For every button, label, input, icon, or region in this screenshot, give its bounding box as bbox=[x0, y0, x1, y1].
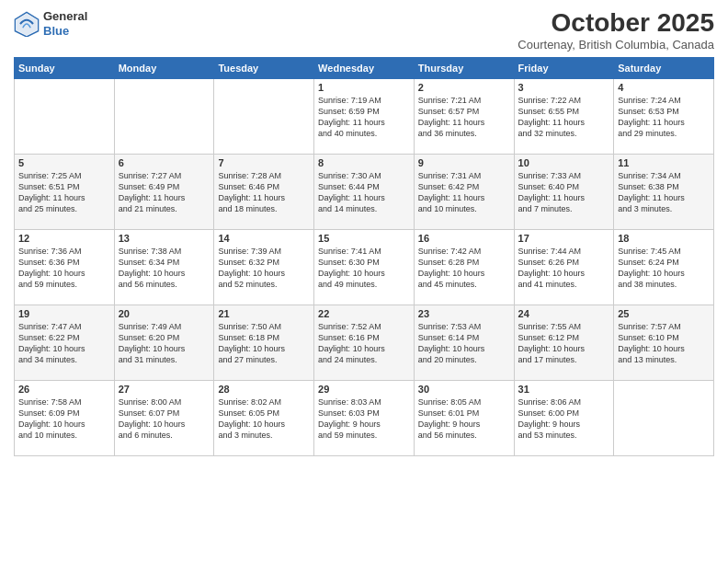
day-cell: 4Sunrise: 7:24 AM Sunset: 6:53 PM Daylig… bbox=[614, 78, 714, 154]
col-friday: Friday bbox=[514, 57, 614, 78]
day-cell: 1Sunrise: 7:19 AM Sunset: 6:59 PM Daylig… bbox=[314, 78, 415, 154]
day-number: 26 bbox=[18, 384, 110, 395]
header: General Blue October 2025 Courtenay, Bri… bbox=[14, 9, 714, 52]
day-cell bbox=[114, 78, 214, 154]
col-saturday: Saturday bbox=[614, 57, 714, 78]
day-cell: 3Sunrise: 7:22 AM Sunset: 6:55 PM Daylig… bbox=[514, 78, 614, 154]
day-cell: 11Sunrise: 7:34 AM Sunset: 6:38 PM Dayli… bbox=[614, 154, 714, 229]
day-number: 24 bbox=[518, 308, 610, 319]
day-info: Sunrise: 7:30 AM Sunset: 6:44 PM Dayligh… bbox=[318, 170, 410, 215]
day-cell: 13Sunrise: 7:38 AM Sunset: 6:34 PM Dayli… bbox=[114, 229, 214, 304]
week-row-1: 1Sunrise: 7:19 AM Sunset: 6:59 PM Daylig… bbox=[15, 78, 714, 154]
day-cell: 5Sunrise: 7:25 AM Sunset: 6:51 PM Daylig… bbox=[15, 154, 115, 229]
day-cell: 17Sunrise: 7:44 AM Sunset: 6:26 PM Dayli… bbox=[514, 229, 614, 304]
day-cell: 24Sunrise: 7:55 AM Sunset: 6:12 PM Dayli… bbox=[514, 304, 614, 380]
col-thursday: Thursday bbox=[414, 57, 514, 78]
day-cell: 30Sunrise: 8:05 AM Sunset: 6:01 PM Dayli… bbox=[414, 380, 514, 455]
day-number: 1 bbox=[318, 82, 410, 93]
day-info: Sunrise: 7:31 AM Sunset: 6:42 PM Dayligh… bbox=[418, 170, 510, 215]
col-sunday: Sunday bbox=[15, 57, 115, 78]
col-monday: Monday bbox=[114, 57, 214, 78]
day-info: Sunrise: 7:34 AM Sunset: 6:38 PM Dayligh… bbox=[618, 170, 710, 215]
logo-text: General Blue bbox=[43, 9, 87, 38]
col-tuesday: Tuesday bbox=[214, 57, 314, 78]
logo: General Blue bbox=[14, 9, 87, 38]
week-row-4: 19Sunrise: 7:47 AM Sunset: 6:22 PM Dayli… bbox=[15, 304, 714, 380]
col-wednesday: Wednesday bbox=[314, 57, 415, 78]
day-cell bbox=[15, 78, 115, 154]
day-number: 31 bbox=[518, 384, 610, 395]
day-info: Sunrise: 7:49 AM Sunset: 6:20 PM Dayligh… bbox=[119, 321, 210, 366]
day-number: 12 bbox=[18, 233, 110, 244]
day-number: 29 bbox=[318, 384, 410, 395]
day-number: 16 bbox=[418, 233, 510, 244]
page: General Blue October 2025 Courtenay, Bri… bbox=[0, 0, 728, 563]
day-cell: 27Sunrise: 8:00 AM Sunset: 6:07 PM Dayli… bbox=[114, 380, 214, 455]
day-cell: 7Sunrise: 7:28 AM Sunset: 6:46 PM Daylig… bbox=[214, 154, 314, 229]
day-cell: 14Sunrise: 7:39 AM Sunset: 6:32 PM Dayli… bbox=[214, 229, 314, 304]
day-number: 14 bbox=[218, 233, 310, 244]
logo-icon bbox=[14, 11, 40, 37]
day-cell: 28Sunrise: 8:02 AM Sunset: 6:05 PM Dayli… bbox=[214, 380, 314, 455]
month-title: October 2025 bbox=[518, 9, 714, 38]
week-row-2: 5Sunrise: 7:25 AM Sunset: 6:51 PM Daylig… bbox=[15, 154, 714, 229]
day-info: Sunrise: 8:06 AM Sunset: 6:00 PM Dayligh… bbox=[518, 396, 610, 442]
day-info: Sunrise: 7:27 AM Sunset: 6:49 PM Dayligh… bbox=[119, 170, 210, 215]
day-cell: 9Sunrise: 7:31 AM Sunset: 6:42 PM Daylig… bbox=[414, 154, 514, 229]
day-info: Sunrise: 7:50 AM Sunset: 6:18 PM Dayligh… bbox=[218, 321, 310, 366]
day-number: 8 bbox=[318, 157, 410, 168]
day-info: Sunrise: 7:19 AM Sunset: 6:59 PM Dayligh… bbox=[318, 95, 410, 140]
day-info: Sunrise: 7:58 AM Sunset: 6:09 PM Dayligh… bbox=[18, 396, 110, 442]
day-info: Sunrise: 7:25 AM Sunset: 6:51 PM Dayligh… bbox=[18, 170, 110, 215]
week-row-5: 26Sunrise: 7:58 AM Sunset: 6:09 PM Dayli… bbox=[15, 380, 714, 455]
day-number: 10 bbox=[518, 157, 610, 168]
day-info: Sunrise: 7:42 AM Sunset: 6:28 PM Dayligh… bbox=[418, 246, 510, 291]
day-number: 6 bbox=[119, 157, 210, 168]
day-info: Sunrise: 8:03 AM Sunset: 6:03 PM Dayligh… bbox=[318, 396, 410, 442]
day-cell: 20Sunrise: 7:49 AM Sunset: 6:20 PM Dayli… bbox=[114, 304, 214, 380]
day-info: Sunrise: 7:33 AM Sunset: 6:40 PM Dayligh… bbox=[518, 170, 610, 215]
day-info: Sunrise: 8:05 AM Sunset: 6:01 PM Dayligh… bbox=[418, 396, 510, 442]
location: Courtenay, British Columbia, Canada bbox=[518, 38, 714, 52]
day-number: 3 bbox=[518, 82, 610, 93]
day-cell: 2Sunrise: 7:21 AM Sunset: 6:57 PM Daylig… bbox=[414, 78, 514, 154]
day-info: Sunrise: 7:52 AM Sunset: 6:16 PM Dayligh… bbox=[318, 321, 410, 366]
day-cell: 19Sunrise: 7:47 AM Sunset: 6:22 PM Dayli… bbox=[15, 304, 115, 380]
day-info: Sunrise: 7:38 AM Sunset: 6:34 PM Dayligh… bbox=[119, 246, 210, 291]
day-cell: 18Sunrise: 7:45 AM Sunset: 6:24 PM Dayli… bbox=[614, 229, 714, 304]
day-cell: 26Sunrise: 7:58 AM Sunset: 6:09 PM Dayli… bbox=[15, 380, 115, 455]
day-number: 17 bbox=[518, 233, 610, 244]
day-cell: 10Sunrise: 7:33 AM Sunset: 6:40 PM Dayli… bbox=[514, 154, 614, 229]
day-info: Sunrise: 7:57 AM Sunset: 6:10 PM Dayligh… bbox=[618, 321, 710, 366]
day-cell: 6Sunrise: 7:27 AM Sunset: 6:49 PM Daylig… bbox=[114, 154, 214, 229]
day-number: 9 bbox=[418, 157, 510, 168]
day-info: Sunrise: 7:28 AM Sunset: 6:46 PM Dayligh… bbox=[218, 170, 310, 215]
day-cell: 23Sunrise: 7:53 AM Sunset: 6:14 PM Dayli… bbox=[414, 304, 514, 380]
day-number: 22 bbox=[318, 308, 410, 319]
day-cell bbox=[614, 380, 714, 455]
day-info: Sunrise: 7:55 AM Sunset: 6:12 PM Dayligh… bbox=[518, 321, 610, 366]
day-number: 21 bbox=[218, 308, 310, 319]
week-row-3: 12Sunrise: 7:36 AM Sunset: 6:36 PM Dayli… bbox=[15, 229, 714, 304]
day-cell: 8Sunrise: 7:30 AM Sunset: 6:44 PM Daylig… bbox=[314, 154, 415, 229]
day-info: Sunrise: 7:53 AM Sunset: 6:14 PM Dayligh… bbox=[418, 321, 510, 366]
day-info: Sunrise: 7:24 AM Sunset: 6:53 PM Dayligh… bbox=[618, 95, 710, 140]
day-number: 13 bbox=[119, 233, 210, 244]
day-cell: 22Sunrise: 7:52 AM Sunset: 6:16 PM Dayli… bbox=[314, 304, 415, 380]
day-cell: 21Sunrise: 7:50 AM Sunset: 6:18 PM Dayli… bbox=[214, 304, 314, 380]
day-cell: 29Sunrise: 8:03 AM Sunset: 6:03 PM Dayli… bbox=[314, 380, 415, 455]
day-cell bbox=[214, 78, 314, 154]
day-info: Sunrise: 7:47 AM Sunset: 6:22 PM Dayligh… bbox=[18, 321, 110, 366]
day-number: 18 bbox=[618, 233, 710, 244]
day-info: Sunrise: 7:44 AM Sunset: 6:26 PM Dayligh… bbox=[518, 246, 610, 291]
day-cell: 12Sunrise: 7:36 AM Sunset: 6:36 PM Dayli… bbox=[15, 229, 115, 304]
day-info: Sunrise: 7:22 AM Sunset: 6:55 PM Dayligh… bbox=[518, 95, 610, 140]
day-cell: 16Sunrise: 7:42 AM Sunset: 6:28 PM Dayli… bbox=[414, 229, 514, 304]
day-info: Sunrise: 7:36 AM Sunset: 6:36 PM Dayligh… bbox=[18, 246, 110, 291]
day-cell: 31Sunrise: 8:06 AM Sunset: 6:00 PM Dayli… bbox=[514, 380, 614, 455]
day-number: 27 bbox=[119, 384, 210, 395]
day-number: 25 bbox=[618, 308, 710, 319]
day-number: 30 bbox=[418, 384, 510, 395]
day-number: 7 bbox=[218, 157, 310, 168]
title-block: October 2025 Courtenay, British Columbia… bbox=[518, 9, 714, 52]
